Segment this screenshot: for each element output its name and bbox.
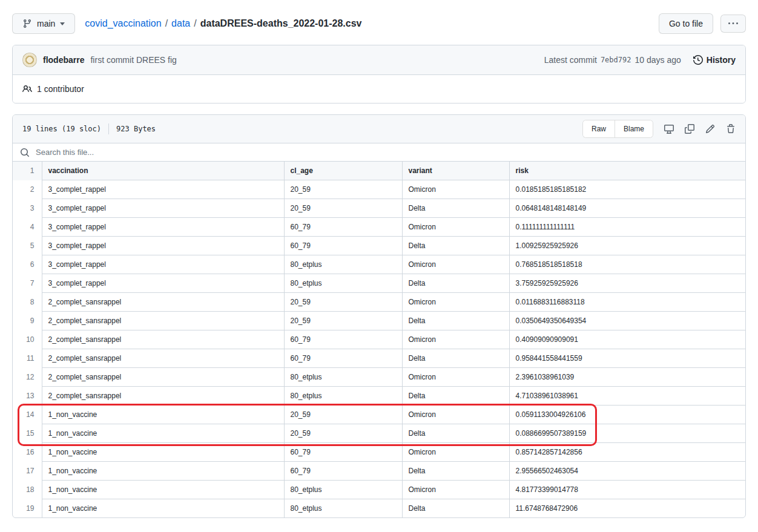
table-cell: Omicron bbox=[402, 180, 509, 199]
row-number: 16 bbox=[13, 443, 42, 462]
csv-table-container: 1vaccinationcl_agevariantrisk 23_complet… bbox=[13, 162, 745, 517]
table-cell: 1_non_vaccine bbox=[42, 406, 284, 424]
row-number: 14 bbox=[13, 406, 42, 424]
file-navigation-bar: main covid_vaccination/data/dataDREES-de… bbox=[12, 13, 746, 34]
table-cell: Omicron bbox=[402, 255, 509, 274]
row-number: 4 bbox=[13, 218, 42, 237]
commit-message-link[interactable]: first commit DREES fig bbox=[90, 55, 176, 65]
table-cell: 20_59 bbox=[284, 424, 402, 443]
contributors-row[interactable]: 1 contributor bbox=[13, 75, 745, 103]
table-cell: 80_etplus bbox=[284, 274, 402, 293]
table-cell: 3_complet_rappel bbox=[42, 274, 284, 293]
table-cell: 0.0886699507389159 bbox=[509, 424, 745, 443]
table-cell: Omicron bbox=[402, 481, 509, 499]
row-number: 6 bbox=[13, 255, 42, 274]
history-label: History bbox=[707, 55, 736, 65]
kebab-horizontal-icon bbox=[728, 19, 738, 28]
trash-icon bbox=[726, 124, 736, 134]
search-icon bbox=[20, 148, 30, 157]
blame-button[interactable]: Blame bbox=[615, 120, 653, 137]
table-cell: 0.958441558441559 bbox=[509, 349, 745, 368]
row-number: 8 bbox=[13, 293, 42, 312]
row-number: 19 bbox=[13, 499, 42, 518]
avatar[interactable] bbox=[22, 53, 37, 67]
table-cell: Delta bbox=[402, 387, 509, 406]
file-search-bar bbox=[13, 143, 745, 162]
breadcrumb: covid_vaccination/data/dataDREES-deaths_… bbox=[85, 18, 361, 29]
table-row: 171_non_vaccine60_79Delta2.9556650246305… bbox=[13, 462, 745, 481]
people-icon bbox=[22, 84, 32, 94]
table-cell: 3_complet_rappel bbox=[42, 237, 284, 255]
latest-commit-bar: flodebarre first commit DREES fig Latest… bbox=[13, 45, 745, 75]
table-cell: 0.0116883116883118 bbox=[509, 293, 745, 312]
file-lines-info: 19 lines (19 sloc) bbox=[22, 125, 101, 133]
table-row: 181_non_vaccine80_etplusOmicron4.8177339… bbox=[13, 481, 745, 499]
table-cell: 2_complet_sansrappel bbox=[42, 312, 284, 330]
table-cell: Delta bbox=[402, 274, 509, 293]
table-cell: Delta bbox=[402, 199, 509, 218]
search-input[interactable] bbox=[35, 147, 738, 157]
open-in-desktop-button[interactable] bbox=[664, 124, 674, 134]
table-row: 112_complet_sansrappel60_79Delta0.958441… bbox=[13, 349, 745, 368]
csv-table-head: 1vaccinationcl_agevariantrisk bbox=[13, 162, 745, 180]
table-cell: 1_non_vaccine bbox=[42, 499, 284, 518]
table-cell: 80_etplus bbox=[284, 255, 402, 274]
table-cell: 11.6748768472906 bbox=[509, 499, 745, 518]
table-cell: Omicron bbox=[402, 406, 509, 424]
commit-author-link[interactable]: flodebarre bbox=[43, 55, 84, 65]
table-cell: 3_complet_rappel bbox=[42, 255, 284, 274]
column-header: risk bbox=[509, 162, 745, 180]
table-row: 151_non_vaccine20_59Delta0.0886699507389… bbox=[13, 424, 745, 443]
latest-commit-label: Latest commit bbox=[544, 55, 597, 65]
breadcrumb-repo-link[interactable]: covid_vaccination bbox=[85, 18, 161, 28]
table-row: 33_complet_rappel20_59Delta0.06481481481… bbox=[13, 199, 745, 218]
table-cell: 1_non_vaccine bbox=[42, 443, 284, 462]
csv-table-body: 23_complet_rappel20_59Omicron0.018518518… bbox=[13, 180, 745, 518]
table-cell: Omicron bbox=[402, 293, 509, 312]
delete-file-button[interactable] bbox=[726, 124, 736, 134]
more-options-button[interactable] bbox=[720, 15, 746, 33]
raw-button[interactable]: Raw bbox=[583, 120, 615, 137]
table-row: 122_complet_sansrappel80_etplusOmicron2.… bbox=[13, 368, 745, 387]
table-cell: 0.0350649350649354 bbox=[509, 312, 745, 330]
table-cell: 80_etplus bbox=[284, 387, 402, 406]
table-row: 191_non_vaccine80_etplusDelta11.67487684… bbox=[13, 499, 745, 518]
table-row: 43_complet_rappel60_79Omicron0.111111111… bbox=[13, 218, 745, 237]
device-desktop-icon bbox=[664, 124, 674, 134]
table-cell: 2_complet_sansrappel bbox=[42, 349, 284, 368]
table-cell: 60_79 bbox=[284, 218, 402, 237]
table-cell: 3.75925925925926 bbox=[509, 274, 745, 293]
branch-selector[interactable]: main bbox=[12, 13, 75, 34]
table-cell: Omicron bbox=[402, 218, 509, 237]
table-cell: Delta bbox=[402, 349, 509, 368]
pencil-icon bbox=[705, 124, 715, 134]
table-cell: Delta bbox=[402, 237, 509, 255]
table-cell: 60_79 bbox=[284, 237, 402, 255]
table-row: 53_complet_rappel60_79Delta1.00925925925… bbox=[13, 237, 745, 255]
copy-icon bbox=[685, 124, 694, 134]
table-row: 82_complet_sansrappel20_59Omicron0.01168… bbox=[13, 293, 745, 312]
history-link[interactable]: History bbox=[693, 55, 736, 65]
row-number: 3 bbox=[13, 199, 42, 218]
table-cell: 20_59 bbox=[284, 406, 402, 424]
csv-table: 1vaccinationcl_agevariantrisk 23_complet… bbox=[13, 162, 745, 517]
table-cell: Delta bbox=[402, 499, 509, 518]
table-cell: 80_etplus bbox=[284, 368, 402, 387]
breadcrumb-filename: dataDREES-deaths_2022-01-28.csv bbox=[200, 18, 362, 28]
table-cell: 2_complet_sansrappel bbox=[42, 293, 284, 312]
table-row: 63_complet_rappel80_etplusOmicron0.76851… bbox=[13, 255, 745, 274]
table-cell: 3_complet_rappel bbox=[42, 218, 284, 237]
table-cell: 0.111111111111111 bbox=[509, 218, 745, 237]
table-header-row: 1vaccinationcl_agevariantrisk bbox=[13, 162, 745, 180]
commit-hash-link[interactable]: 7ebd792 bbox=[601, 56, 631, 64]
table-cell: 4.71038961038961 bbox=[509, 387, 745, 406]
copy-file-button[interactable] bbox=[685, 124, 694, 134]
history-icon bbox=[693, 55, 703, 65]
breadcrumb-dir-link[interactable]: data bbox=[171, 18, 190, 28]
go-to-file-button[interactable]: Go to file bbox=[659, 13, 713, 34]
table-cell: 60_79 bbox=[284, 443, 402, 462]
table-cell: 0.40909090909091 bbox=[509, 330, 745, 349]
git-branch-icon bbox=[22, 19, 32, 28]
table-cell: 2_complet_sansrappel bbox=[42, 368, 284, 387]
edit-file-button[interactable] bbox=[705, 124, 715, 134]
